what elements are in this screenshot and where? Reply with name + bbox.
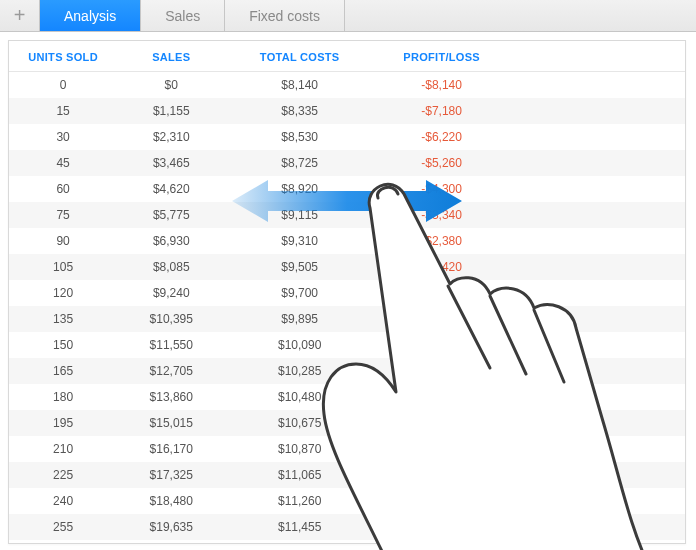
cell-units: 180 — [9, 384, 117, 410]
cell-costs: $9,310 — [225, 228, 374, 254]
cell-sales: $13,860 — [117, 384, 225, 410]
cell-blank — [509, 254, 685, 280]
cell-sales: $1,155 — [117, 98, 225, 124]
cell-pl: -$8,140 — [374, 72, 509, 99]
cell-blank — [509, 124, 685, 150]
table-row: 30$2,310$8,530-$6,220 — [9, 124, 685, 150]
cell-blank — [509, 462, 685, 488]
cell-units: 75 — [9, 202, 117, 228]
cell-costs: $8,335 — [225, 98, 374, 124]
tab-label: Analysis — [64, 8, 116, 24]
col-blank — [509, 41, 685, 72]
cell-blank — [509, 176, 685, 202]
cell-units: 120 — [9, 280, 117, 306]
cell-blank — [509, 514, 685, 540]
cell-blank — [509, 202, 685, 228]
cell-blank — [509, 436, 685, 462]
table-row: 180$13,860$10,480 — [9, 384, 685, 410]
cell-costs: $11,065 — [225, 462, 374, 488]
cell-units: 0 — [9, 72, 117, 99]
cell-blank — [509, 98, 685, 124]
cell-costs: $9,700 — [225, 280, 374, 306]
table-row: 60$4,620$8,920-$4,300 — [9, 176, 685, 202]
cell-sales: $10,395 — [117, 306, 225, 332]
cell-sales: $9,240 — [117, 280, 225, 306]
cell-costs: $10,675 — [225, 410, 374, 436]
table-row: 225$17,325$11,065 — [9, 462, 685, 488]
cell-pl: -$2,380 — [374, 228, 509, 254]
cell-pl — [374, 384, 509, 410]
cell-pl: -$4,300 — [374, 176, 509, 202]
cell-sales: $17,325 — [117, 462, 225, 488]
cell-pl — [374, 358, 509, 384]
cell-units: 165 — [9, 358, 117, 384]
cell-units: 30 — [9, 124, 117, 150]
table-panel[interactable]: UNITS SOLD SALES TOTAL COSTS PROFIT/LOSS… — [8, 40, 686, 544]
table-row: 15$1,155$8,335-$7,180 — [9, 98, 685, 124]
cell-pl: -$1,420 — [374, 254, 509, 280]
cell-sales: $0 — [117, 72, 225, 99]
cell-costs: $10,480 — [225, 384, 374, 410]
cell-costs: $10,090 — [225, 332, 374, 358]
cell-pl — [374, 462, 509, 488]
table-row: 135$10,395$9,895 — [9, 306, 685, 332]
cell-costs: $8,920 — [225, 176, 374, 202]
table-row: 90$6,930$9,310-$2,380 — [9, 228, 685, 254]
cell-pl: -$3,340 — [374, 202, 509, 228]
cell-costs: $10,285 — [225, 358, 374, 384]
cell-sales: $19,635 — [117, 514, 225, 540]
cell-pl — [374, 514, 509, 540]
cell-units: 105 — [9, 254, 117, 280]
cell-sales: $8,085 — [117, 254, 225, 280]
cell-costs: $9,505 — [225, 254, 374, 280]
cell-sales: $6,930 — [117, 228, 225, 254]
col-total-costs: TOTAL COSTS — [225, 41, 374, 72]
table-row: 120$9,240$9,700 — [9, 280, 685, 306]
cell-sales: $2,310 — [117, 124, 225, 150]
cell-sales: $18,480 — [117, 488, 225, 514]
table-row: 75$5,775$9,115-$3,340 — [9, 202, 685, 228]
cell-sales: $12,705 — [117, 358, 225, 384]
cell-units: 240 — [9, 488, 117, 514]
cell-costs: $11,455 — [225, 514, 374, 540]
cell-pl — [374, 488, 509, 514]
cell-sales: $5,775 — [117, 202, 225, 228]
cell-blank — [509, 280, 685, 306]
tab-analysis[interactable]: Analysis — [40, 0, 141, 31]
cell-units: 225 — [9, 462, 117, 488]
cell-units: 90 — [9, 228, 117, 254]
table-row: 165$12,705$10,285 — [9, 358, 685, 384]
plus-icon: + — [14, 4, 26, 27]
cell-sales: $4,620 — [117, 176, 225, 202]
table-row: 45$3,465$8,725-$5,260 — [9, 150, 685, 176]
cell-blank — [509, 306, 685, 332]
cell-units: 15 — [9, 98, 117, 124]
cell-blank — [509, 72, 685, 99]
cell-blank — [509, 384, 685, 410]
tab-sales[interactable]: Sales — [141, 0, 225, 31]
cell-blank — [509, 150, 685, 176]
cell-costs: $9,115 — [225, 202, 374, 228]
cell-pl — [374, 410, 509, 436]
cell-pl — [374, 306, 509, 332]
tab-label: Fixed costs — [249, 8, 320, 24]
cell-units: 150 — [9, 332, 117, 358]
cell-units: 255 — [9, 514, 117, 540]
cell-blank — [509, 410, 685, 436]
table-row: 0$0$8,140-$8,140 — [9, 72, 685, 99]
cell-costs: $11,260 — [225, 488, 374, 514]
cell-blank — [509, 228, 685, 254]
tab-fixed-costs[interactable]: Fixed costs — [225, 0, 345, 31]
cell-sales: $15,015 — [117, 410, 225, 436]
tab-label: Sales — [165, 8, 200, 24]
cell-pl — [374, 332, 509, 358]
add-tab-button[interactable]: + — [0, 0, 40, 31]
cell-units: 210 — [9, 436, 117, 462]
cell-sales: $3,465 — [117, 150, 225, 176]
col-sales: SALES — [117, 41, 225, 72]
cell-sales: $16,170 — [117, 436, 225, 462]
tab-bar: + Analysis Sales Fixed costs — [0, 0, 696, 32]
analysis-table: UNITS SOLD SALES TOTAL COSTS PROFIT/LOSS… — [9, 41, 685, 540]
cell-sales: $11,550 — [117, 332, 225, 358]
cell-pl: -$6,220 — [374, 124, 509, 150]
